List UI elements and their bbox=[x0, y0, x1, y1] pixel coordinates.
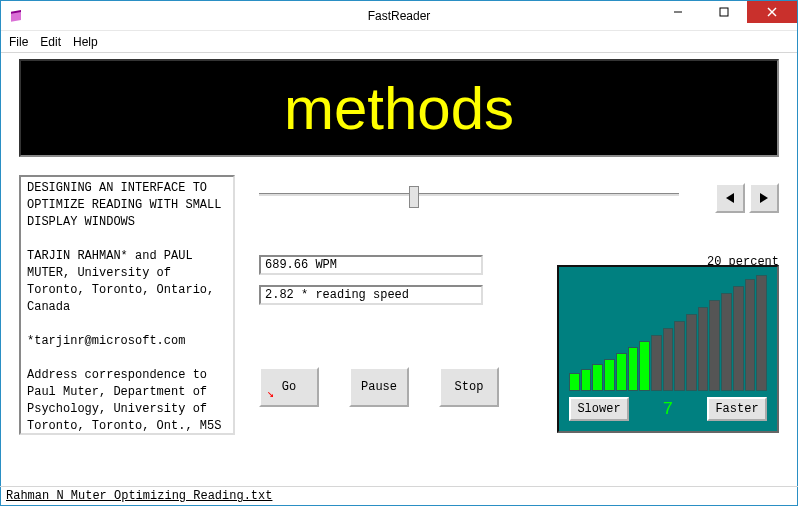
speed-bar bbox=[698, 307, 709, 391]
title-bar: FastReader bbox=[1, 1, 797, 31]
svg-marker-6 bbox=[726, 193, 734, 203]
faster-label: Faster bbox=[715, 402, 758, 416]
maximize-button[interactable] bbox=[701, 1, 747, 23]
slower-button[interactable]: Slower bbox=[569, 397, 629, 421]
speed-bar bbox=[745, 279, 756, 391]
svg-marker-7 bbox=[760, 193, 768, 203]
speed-bar bbox=[628, 347, 639, 391]
menu-edit[interactable]: Edit bbox=[40, 35, 61, 49]
word-display: methods bbox=[19, 59, 779, 157]
close-button[interactable] bbox=[747, 1, 797, 23]
speed-bars bbox=[569, 275, 767, 391]
source-text[interactable]: DESIGNING AN INTERFACE TO OPTIMIZE READI… bbox=[19, 175, 235, 435]
minimize-button[interactable] bbox=[655, 1, 701, 23]
speed-meter: Slower 7 Faster bbox=[557, 265, 779, 433]
multiplier-readout: 2.82 * reading speed bbox=[259, 285, 483, 305]
next-button[interactable] bbox=[749, 183, 779, 213]
window-controls bbox=[655, 1, 797, 23]
go-button[interactable]: ↘ Go bbox=[259, 367, 319, 407]
stop-label: Stop bbox=[455, 380, 484, 394]
speed-bar bbox=[581, 369, 592, 391]
wpm-readout: 689.66 WPM bbox=[259, 255, 483, 275]
menu-help[interactable]: Help bbox=[73, 35, 98, 49]
slider-thumb[interactable] bbox=[409, 186, 419, 208]
pause-label: Pause bbox=[361, 380, 397, 394]
speed-bar bbox=[663, 328, 674, 391]
position-slider[interactable] bbox=[259, 193, 679, 197]
speed-bar bbox=[651, 335, 662, 391]
slower-label: Slower bbox=[577, 402, 620, 416]
speed-bar bbox=[721, 293, 732, 391]
menu-bar: File Edit Help bbox=[1, 31, 797, 53]
window-title: FastReader bbox=[368, 9, 431, 23]
speed-bar bbox=[686, 314, 697, 391]
speed-bar bbox=[569, 373, 580, 391]
menu-file[interactable]: File bbox=[9, 35, 28, 49]
speed-level: 7 bbox=[663, 399, 674, 419]
app-icon bbox=[9, 8, 25, 24]
speed-bar bbox=[756, 275, 767, 391]
speed-bar bbox=[616, 353, 627, 391]
stop-button[interactable]: Stop bbox=[439, 367, 499, 407]
svg-rect-3 bbox=[720, 8, 728, 16]
speed-bar bbox=[639, 341, 650, 391]
go-label: Go bbox=[282, 380, 296, 394]
speed-bar bbox=[604, 359, 615, 391]
speed-bar bbox=[733, 286, 744, 391]
pause-button[interactable]: Pause bbox=[349, 367, 409, 407]
prev-button[interactable] bbox=[715, 183, 745, 213]
speed-bar bbox=[674, 321, 685, 391]
speed-bar bbox=[709, 300, 720, 391]
faster-button[interactable]: Faster bbox=[707, 397, 767, 421]
arrow-icon: ↘ bbox=[267, 386, 274, 401]
speed-bar bbox=[592, 364, 603, 391]
status-bar: Rahman_N_Muter_Optimizing_Reading.txt bbox=[0, 486, 798, 506]
